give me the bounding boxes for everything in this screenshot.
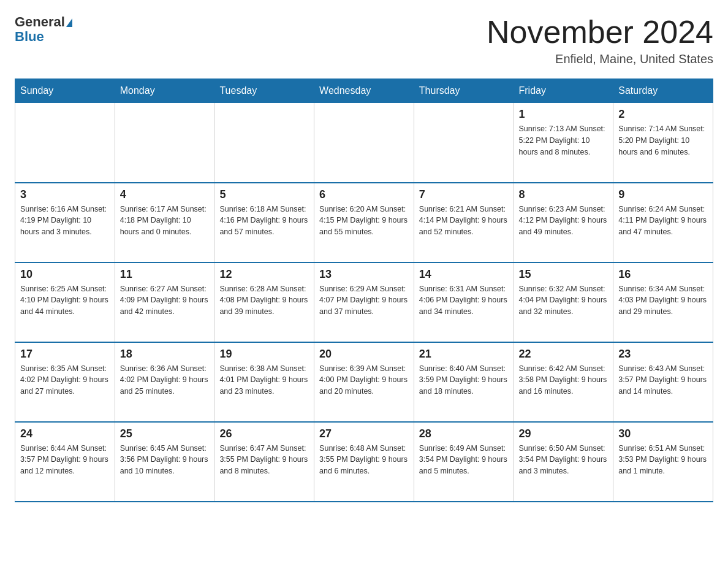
- calendar-cell: 10Sunrise: 6:25 AM Sunset: 4:10 PM Dayli…: [15, 262, 115, 342]
- calendar-cell: 24Sunrise: 6:44 AM Sunset: 3:57 PM Dayli…: [15, 422, 115, 502]
- day-number: 30: [618, 427, 708, 440]
- day-number: 2: [618, 108, 708, 121]
- calendar-cell: 3Sunrise: 6:16 AM Sunset: 4:19 PM Daylig…: [15, 183, 115, 262]
- day-info: Sunrise: 6:42 AM Sunset: 3:58 PM Dayligh…: [519, 363, 609, 397]
- day-number: 8: [519, 188, 609, 201]
- day-info: Sunrise: 6:24 AM Sunset: 4:11 PM Dayligh…: [618, 204, 708, 238]
- day-number: 16: [618, 268, 708, 281]
- day-info: Sunrise: 6:20 AM Sunset: 4:15 PM Dayligh…: [319, 204, 409, 238]
- day-info: Sunrise: 6:17 AM Sunset: 4:18 PM Dayligh…: [120, 204, 210, 238]
- day-info: Sunrise: 6:40 AM Sunset: 3:59 PM Dayligh…: [419, 363, 509, 397]
- day-info: Sunrise: 6:49 AM Sunset: 3:54 PM Dayligh…: [419, 443, 509, 477]
- calendar-cell: 1Sunrise: 7:13 AM Sunset: 5:22 PM Daylig…: [514, 103, 613, 183]
- week-row-3: 10Sunrise: 6:25 AM Sunset: 4:10 PM Dayli…: [15, 262, 713, 342]
- day-number: 19: [219, 348, 309, 361]
- day-info: Sunrise: 6:50 AM Sunset: 3:54 PM Dayligh…: [519, 443, 609, 477]
- day-number: 23: [618, 348, 708, 361]
- day-number: 7: [419, 188, 509, 201]
- day-number: 27: [319, 427, 409, 440]
- header-saturday: Saturday: [613, 79, 713, 103]
- calendar-cell: 30Sunrise: 6:51 AM Sunset: 3:53 PM Dayli…: [613, 422, 713, 502]
- day-info: Sunrise: 6:44 AM Sunset: 3:57 PM Dayligh…: [20, 443, 110, 477]
- calendar-table: SundayMondayTuesdayWednesdayThursdayFrid…: [15, 79, 713, 502]
- day-info: Sunrise: 6:25 AM Sunset: 4:10 PM Dayligh…: [20, 283, 110, 318]
- day-number: 5: [219, 188, 309, 201]
- calendar-cell: 25Sunrise: 6:45 AM Sunset: 3:56 PM Dayli…: [115, 422, 214, 502]
- header-thursday: Thursday: [414, 79, 514, 103]
- day-number: 4: [120, 188, 210, 201]
- header-monday: Monday: [115, 79, 214, 103]
- page-header: General Blue November 2024 Enfield, Main…: [15, 15, 713, 66]
- day-info: Sunrise: 6:43 AM Sunset: 3:57 PM Dayligh…: [618, 363, 708, 397]
- logo-blue-text: Blue: [15, 29, 72, 44]
- day-info: Sunrise: 6:34 AM Sunset: 4:03 PM Dayligh…: [618, 283, 708, 318]
- day-info: Sunrise: 6:47 AM Sunset: 3:55 PM Dayligh…: [219, 443, 309, 477]
- week-row-1: 1Sunrise: 7:13 AM Sunset: 5:22 PM Daylig…: [15, 103, 713, 183]
- day-number: 10: [20, 268, 110, 281]
- calendar-cell: 14Sunrise: 6:31 AM Sunset: 4:06 PM Dayli…: [414, 262, 514, 342]
- day-info: Sunrise: 6:21 AM Sunset: 4:14 PM Dayligh…: [419, 204, 509, 238]
- day-number: 9: [618, 188, 708, 201]
- day-number: 26: [219, 427, 309, 440]
- calendar-cell: 5Sunrise: 6:18 AM Sunset: 4:16 PM Daylig…: [214, 183, 314, 262]
- day-info: Sunrise: 6:35 AM Sunset: 4:02 PM Dayligh…: [20, 363, 110, 397]
- day-info: Sunrise: 6:31 AM Sunset: 4:06 PM Dayligh…: [419, 283, 509, 318]
- calendar-cell: 17Sunrise: 6:35 AM Sunset: 4:02 PM Dayli…: [15, 342, 115, 422]
- day-info: Sunrise: 6:18 AM Sunset: 4:16 PM Dayligh…: [219, 204, 309, 238]
- day-number: 20: [319, 348, 409, 361]
- day-info: Sunrise: 6:27 AM Sunset: 4:09 PM Dayligh…: [120, 283, 210, 318]
- day-info: Sunrise: 6:29 AM Sunset: 4:07 PM Dayligh…: [319, 283, 409, 318]
- day-number: 17: [20, 348, 110, 361]
- calendar-cell: 29Sunrise: 6:50 AM Sunset: 3:54 PM Dayli…: [514, 422, 613, 502]
- day-number: 1: [519, 108, 609, 121]
- header-wednesday: Wednesday: [314, 79, 414, 103]
- week-row-4: 17Sunrise: 6:35 AM Sunset: 4:02 PM Dayli…: [15, 342, 713, 422]
- day-number: 25: [120, 427, 210, 440]
- calendar-cell: [414, 103, 514, 183]
- calendar-cell: 26Sunrise: 6:47 AM Sunset: 3:55 PM Dayli…: [214, 422, 314, 502]
- month-title: November 2024: [487, 15, 713, 50]
- day-info: Sunrise: 6:28 AM Sunset: 4:08 PM Dayligh…: [219, 283, 309, 318]
- logo-general-text: General: [15, 14, 65, 29]
- day-number: 11: [120, 268, 210, 281]
- week-row-5: 24Sunrise: 6:44 AM Sunset: 3:57 PM Dayli…: [15, 422, 713, 502]
- calendar-cell: 23Sunrise: 6:43 AM Sunset: 3:57 PM Dayli…: [613, 342, 713, 422]
- calendar-cell: 15Sunrise: 6:32 AM Sunset: 4:04 PM Dayli…: [514, 262, 613, 342]
- week-row-2: 3Sunrise: 6:16 AM Sunset: 4:19 PM Daylig…: [15, 183, 713, 262]
- day-number: 12: [219, 268, 309, 281]
- calendar-cell: 6Sunrise: 6:20 AM Sunset: 4:15 PM Daylig…: [314, 183, 414, 262]
- location: Enfield, Maine, United States: [487, 52, 713, 66]
- calendar-cell: [314, 103, 414, 183]
- calendar-cell: 7Sunrise: 6:21 AM Sunset: 4:14 PM Daylig…: [414, 183, 514, 262]
- calendar-cell: 2Sunrise: 7:14 AM Sunset: 5:20 PM Daylig…: [613, 103, 713, 183]
- calendar-cell: 22Sunrise: 6:42 AM Sunset: 3:58 PM Dayli…: [514, 342, 613, 422]
- day-number: 14: [419, 268, 509, 281]
- day-info: Sunrise: 6:16 AM Sunset: 4:19 PM Dayligh…: [20, 204, 110, 238]
- calendar-cell: 12Sunrise: 6:28 AM Sunset: 4:08 PM Dayli…: [214, 262, 314, 342]
- calendar-cell: 19Sunrise: 6:38 AM Sunset: 4:01 PM Dayli…: [214, 342, 314, 422]
- calendar-body: 1Sunrise: 7:13 AM Sunset: 5:22 PM Daylig…: [15, 103, 713, 502]
- calendar-cell: 13Sunrise: 6:29 AM Sunset: 4:07 PM Dayli…: [314, 262, 414, 342]
- calendar-cell: 27Sunrise: 6:48 AM Sunset: 3:55 PM Dayli…: [314, 422, 414, 502]
- day-info: Sunrise: 6:32 AM Sunset: 4:04 PM Dayligh…: [519, 283, 609, 318]
- day-number: 18: [120, 348, 210, 361]
- day-number: 24: [20, 427, 110, 440]
- logo: General Blue: [15, 15, 72, 44]
- calendar-cell: 28Sunrise: 6:49 AM Sunset: 3:54 PM Dayli…: [414, 422, 514, 502]
- header-tuesday: Tuesday: [214, 79, 314, 103]
- calendar-cell: 9Sunrise: 6:24 AM Sunset: 4:11 PM Daylig…: [613, 183, 713, 262]
- calendar-cell: 4Sunrise: 6:17 AM Sunset: 4:18 PM Daylig…: [115, 183, 214, 262]
- day-info: Sunrise: 6:39 AM Sunset: 4:00 PM Dayligh…: [319, 363, 409, 397]
- day-number: 22: [519, 348, 609, 361]
- day-info: Sunrise: 6:48 AM Sunset: 3:55 PM Dayligh…: [319, 443, 409, 477]
- day-info: Sunrise: 6:38 AM Sunset: 4:01 PM Dayligh…: [219, 363, 309, 397]
- calendar-header: SundayMondayTuesdayWednesdayThursdayFrid…: [15, 79, 713, 103]
- calendar-cell: 16Sunrise: 6:34 AM Sunset: 4:03 PM Dayli…: [613, 262, 713, 342]
- day-number: 13: [319, 268, 409, 281]
- day-number: 29: [519, 427, 609, 440]
- calendar-cell: [115, 103, 214, 183]
- title-area: November 2024 Enfield, Maine, United Sta…: [487, 15, 713, 66]
- calendar-cell: 11Sunrise: 6:27 AM Sunset: 4:09 PM Dayli…: [115, 262, 214, 342]
- logo-triangle-icon: [66, 18, 72, 27]
- day-info: Sunrise: 6:23 AM Sunset: 4:12 PM Dayligh…: [519, 204, 609, 238]
